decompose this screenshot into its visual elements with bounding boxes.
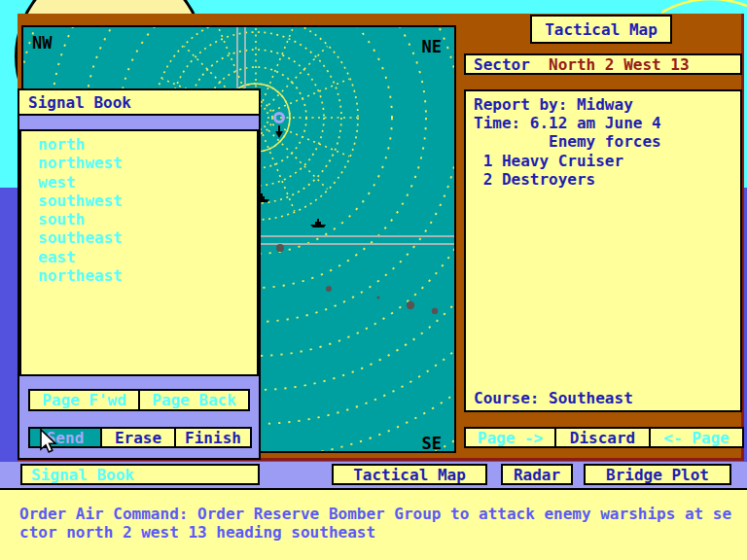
- report-line: Time: 6.12 am June 4: [474, 114, 740, 132]
- list-item-west[interactable]: west: [38, 173, 257, 192]
- svg-text:SE: SE: [422, 434, 442, 451]
- page-back-button[interactable]: Page Back: [138, 389, 250, 411]
- order-message-line: ctor north 2 west 13 heading southeast: [19, 523, 747, 542]
- discard-button[interactable]: Discard: [554, 427, 651, 448]
- report-line: 2 Destroyers: [474, 170, 740, 189]
- list-item-northeast[interactable]: northeast: [38, 266, 257, 285]
- mouse-cursor: [39, 429, 60, 456]
- list-item-south[interactable]: south: [38, 210, 257, 228]
- game-screen: NWNESE Tactical Map Sector North 2 West …: [0, 0, 747, 560]
- bridge-plot-tab[interactable]: Bridge Plot: [584, 464, 731, 485]
- course-readout: Course: Southeast: [474, 389, 740, 407]
- view-switch-bar: Signal Book Tactical Map Radar Bridge Pl…: [0, 462, 747, 488]
- page-next-button[interactable]: Page ->: [464, 427, 556, 448]
- report-pager: Page -> Discard <- Page: [464, 427, 744, 448]
- order-message-area: Order Air Command: Order Reserve Bomber …: [0, 488, 747, 560]
- svg-text:NW: NW: [32, 33, 53, 52]
- report-spacer: [474, 189, 740, 389]
- page-prev-button[interactable]: <- Page: [649, 427, 744, 448]
- signal-book-actions: Send Erase Finish: [28, 427, 252, 448]
- report-line: Enemy forces: [474, 132, 740, 151]
- radar-tab[interactable]: Radar: [501, 464, 573, 485]
- signal-book-window: Signal Book north northwest west southwe…: [18, 88, 261, 460]
- erase-button[interactable]: Erase: [100, 427, 176, 448]
- sector-label: Sector: [474, 55, 530, 74]
- sector-gap: [530, 55, 549, 74]
- svg-text:NE: NE: [422, 37, 442, 56]
- signal-book-pager: Page F'wd Page Back: [28, 389, 250, 411]
- order-message-line: Order Air Command: Order Reserve Bomber …: [19, 505, 747, 523]
- list-item-southeast[interactable]: southeast: [38, 228, 257, 247]
- list-item-north[interactable]: north: [38, 135, 257, 154]
- signal-book-titlebar: Signal Book: [19, 90, 259, 116]
- report-line: 1 Heavy Cruiser: [474, 152, 740, 170]
- list-item-east[interactable]: east: [38, 248, 257, 266]
- finish-button[interactable]: Finish: [174, 427, 252, 448]
- tactical-map-tab[interactable]: Tactical Map: [332, 464, 487, 485]
- report-line: Report by: Midway: [474, 95, 740, 114]
- page-forward-button[interactable]: Page F'wd: [28, 389, 140, 411]
- signal-book-tab[interactable]: Signal Book: [20, 464, 260, 485]
- list-item-southwest[interactable]: southwest: [38, 192, 257, 210]
- contact-report: Report by: Midway Time: 6.12 am June 4 E…: [464, 89, 742, 412]
- sector-value: North 2 West 13: [549, 55, 690, 74]
- list-item-northwest[interactable]: northwest: [38, 154, 257, 172]
- sector-readout: Sector North 2 West 13: [464, 53, 742, 75]
- panel-title: Tactical Map: [530, 15, 672, 44]
- signal-book-list: north northwest west southwest south sou…: [19, 129, 259, 376]
